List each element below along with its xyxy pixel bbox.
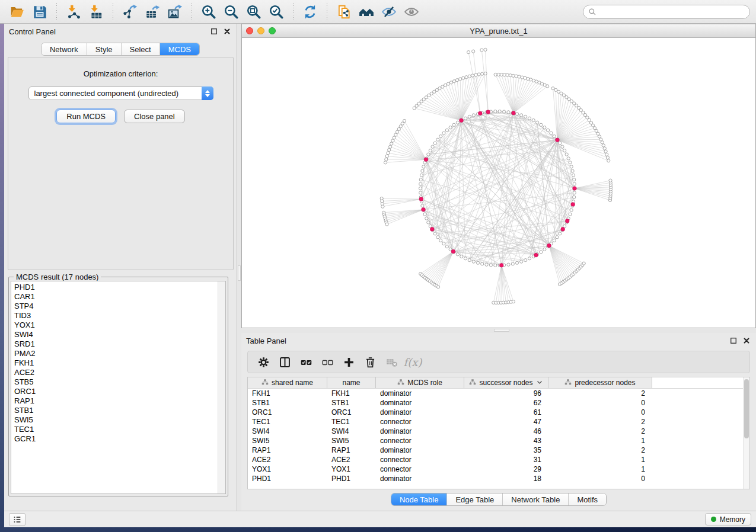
mcds-result-item[interactable]: YOX1 <box>14 321 218 330</box>
mcds-result-item[interactable]: ORC1 <box>14 387 218 396</box>
table-row[interactable]: RAP1RAP1dominator352 <box>248 446 749 455</box>
table-row[interactable]: YOX1YOX1connector291 <box>248 464 749 474</box>
zoom-selected-icon[interactable] <box>266 2 286 21</box>
cell-shared-name: TEC1 <box>248 418 327 426</box>
mcds-result-item[interactable]: PHD1 <box>14 283 218 292</box>
import-network-icon[interactable] <box>63 2 84 21</box>
close-panel-button[interactable]: Close panel <box>124 110 185 123</box>
mcds-result-item[interactable]: TEC1 <box>14 425 218 434</box>
function-icon: f(x) <box>403 353 422 371</box>
float-table-panel-icon[interactable] <box>729 336 738 345</box>
plus-icon[interactable] <box>339 353 358 371</box>
table-toolbar: f(x) <box>247 351 750 373</box>
tab-node-table[interactable]: Node Table <box>391 493 448 505</box>
search-input[interactable] <box>600 8 745 16</box>
mcds-result-item[interactable]: RAP1 <box>14 396 218 406</box>
tab-mcds[interactable]: MCDS <box>160 43 199 55</box>
apply-layout-icon[interactable] <box>300 2 320 21</box>
trash-icon[interactable] <box>361 353 379 371</box>
mcds-list-scrollbar[interactable] <box>218 281 225 493</box>
export-network-icon[interactable] <box>120 2 140 21</box>
network-view[interactable] <box>242 38 755 328</box>
memory-button[interactable]: Memory <box>705 513 751 525</box>
optimization-criterion-select[interactable]: largest connected component (undirected) <box>28 86 213 100</box>
eye-slash-icon[interactable] <box>379 2 399 21</box>
mcds-result-list[interactable]: PHD1CAR1STP4TID3YOX1SWI4SRD1PMA2FKH1ACE2… <box>11 281 226 494</box>
float-panel-icon[interactable] <box>209 27 219 36</box>
cell-predecessor-nodes: 1 <box>548 465 652 473</box>
sort-desc-icon <box>536 379 543 387</box>
tab-network-table[interactable]: Network Table <box>503 493 569 505</box>
cell-successor-nodes: 29 <box>464 465 548 473</box>
tab-style[interactable]: Style <box>87 43 122 55</box>
mcds-result-group: MCDS result (17 nodes) PHD1CAR1STP4TID3Y… <box>8 277 228 496</box>
column-header-MCDS-role[interactable]: MCDS role <box>376 377 464 388</box>
column-header-predecessor-nodes[interactable]: predecessor nodes <box>548 377 652 388</box>
mcds-result-item[interactable]: STB5 <box>14 377 218 387</box>
table-row[interactable]: FKH1FKH1dominator962 <box>248 389 749 398</box>
close-panel-icon[interactable] <box>222 27 232 36</box>
table-row[interactable]: ACE2ACE2connector311 <box>248 455 749 464</box>
mcds-result-item[interactable]: PMA2 <box>14 349 218 358</box>
close-table-panel-icon[interactable] <box>742 336 751 345</box>
table-row[interactable]: TEC1TEC1connector472 <box>248 417 749 427</box>
minimize-window-icon[interactable] <box>257 27 264 34</box>
column-header-shared-name[interactable]: shared name <box>248 377 327 388</box>
vertical-splitter[interactable] <box>237 24 241 511</box>
table-row[interactable]: ORC1ORC1dominator610 <box>248 408 749 417</box>
tab-select[interactable]: Select <box>122 43 160 55</box>
import-table-icon[interactable] <box>86 2 106 21</box>
export-image-icon[interactable] <box>165 2 185 21</box>
mcds-result-item[interactable]: FKH1 <box>14 358 218 368</box>
mcds-result-item[interactable]: STP4 <box>14 302 218 311</box>
status-bar: Memory <box>4 511 756 527</box>
memory-status-icon <box>711 517 716 522</box>
table-scrollbar[interactable] <box>743 377 749 489</box>
houses-icon[interactable] <box>356 2 377 21</box>
zoom-in-icon[interactable] <box>199 2 219 21</box>
mcds-result-item[interactable]: ACE2 <box>14 368 218 377</box>
cell-shared-name: ORC1 <box>248 408 327 416</box>
mcds-result-item[interactable]: SWI5 <box>14 415 218 425</box>
cell-MCDS-role: dominator <box>376 475 464 483</box>
search-box[interactable] <box>583 5 750 19</box>
cell-name: FKH1 <box>327 389 376 398</box>
columns-icon[interactable] <box>275 353 294 371</box>
tab-edge-table[interactable]: Edge Table <box>447 493 503 505</box>
column-header-successor-nodes[interactable]: successor nodes <box>464 377 548 388</box>
zoom-out-icon[interactable] <box>221 2 241 21</box>
zoom-fit-icon[interactable] <box>244 2 264 21</box>
table-row[interactable]: SWI5SWI5connector431 <box>248 436 749 446</box>
cell-predecessor-nodes: 2 <box>548 389 652 398</box>
task-history-button[interactable] <box>9 513 25 526</box>
maximize-window-icon[interactable] <box>269 27 276 34</box>
eye-icon[interactable] <box>401 2 422 21</box>
mcds-result-item[interactable]: GCR1 <box>14 434 218 444</box>
horizontal-splitter[interactable] <box>241 328 756 333</box>
deselect-all-icon[interactable] <box>318 353 337 371</box>
mcds-result-item[interactable]: SRD1 <box>14 339 218 349</box>
cell-name: SWI4 <box>327 427 376 435</box>
cell-predecessor-nodes: 0 <box>548 399 652 407</box>
column-header-name[interactable]: name <box>327 377 376 388</box>
close-window-icon[interactable] <box>246 27 253 34</box>
save-session-icon[interactable] <box>30 2 50 21</box>
tab-motifs[interactable]: Motifs <box>569 493 606 505</box>
cell-predecessor-nodes: 1 <box>548 437 652 445</box>
network-window-titlebar: YPA_prune.txt_1 <box>242 24 755 38</box>
main-toolbar <box>0 0 756 24</box>
select-all-icon[interactable] <box>296 353 315 371</box>
document-share-icon[interactable] <box>334 2 354 21</box>
table-row[interactable]: SWI4SWI4dominator462 <box>248 427 749 436</box>
run-mcds-button[interactable]: Run MCDS <box>56 110 116 123</box>
table-row[interactable]: PHD1PHD1dominator180 <box>248 474 749 483</box>
mcds-result-item[interactable]: SWI4 <box>14 330 218 339</box>
table-row[interactable]: STB1STB1dominator620 <box>248 398 749 408</box>
mcds-result-item[interactable]: CAR1 <box>14 292 218 302</box>
mcds-result-item[interactable]: TID3 <box>14 311 218 321</box>
open-session-icon[interactable] <box>7 2 27 21</box>
tab-network[interactable]: Network <box>42 43 87 55</box>
gear-icon[interactable] <box>254 353 273 371</box>
mcds-result-item[interactable]: STB1 <box>14 406 218 415</box>
export-table-icon[interactable] <box>142 2 162 21</box>
